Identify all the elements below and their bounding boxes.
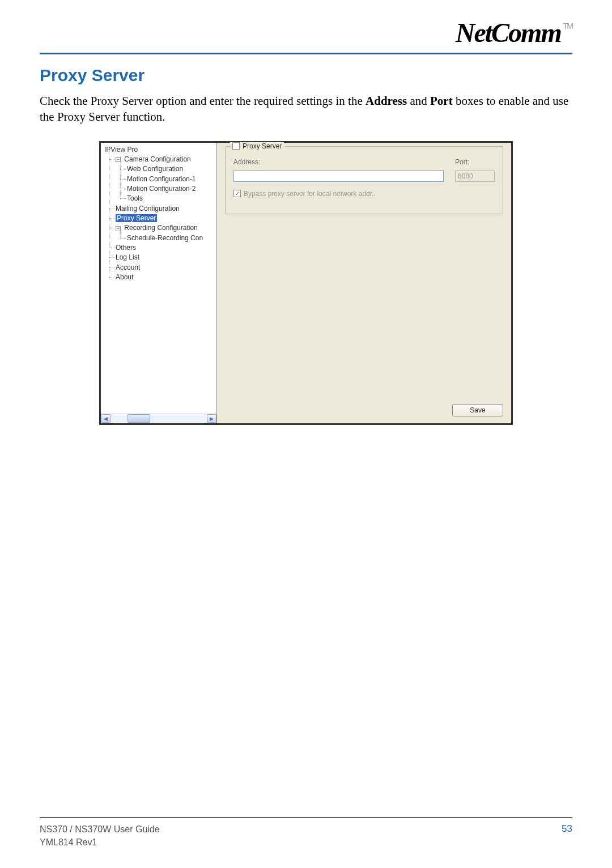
tree-label: Recording Configuration: [124, 224, 197, 232]
logo-text: NetComm: [456, 17, 561, 48]
page-title: Proxy Server: [40, 66, 572, 85]
footer-divider: [40, 817, 572, 818]
page-footer: NS370 / NS370W User Guide YML814 Rev1 53: [40, 817, 572, 849]
address-label: Address:: [233, 158, 444, 166]
tree-item-others[interactable]: Others: [116, 243, 216, 253]
footer-revision: YML814 Rev1: [40, 836, 160, 849]
address-input[interactable]: [233, 171, 444, 182]
group-legend: Proxy Server: [230, 142, 284, 150]
tree-label: Others: [116, 244, 136, 252]
scroll-right-icon[interactable]: ▶: [207, 414, 216, 423]
tree-item-schedule[interactable]: Schedule-Recording Con: [127, 233, 216, 243]
tree-item-tools[interactable]: Tools: [127, 194, 216, 203]
tree-label: Account: [116, 263, 140, 271]
tree-label: Mailing Configuration: [116, 205, 180, 212]
intro-paragraph: Check the Proxy Server option and enter …: [40, 93, 572, 125]
scroll-thumb[interactable]: [128, 414, 150, 423]
tree-item-mailing[interactable]: Mailing Configuration: [116, 204, 216, 214]
tree-label: Tools: [127, 195, 143, 203]
tree-item-camera-config[interactable]: − Camera Configuration Web Configuration…: [116, 155, 216, 204]
settings-window: IPView Pro − Camera Configuration Web Co…: [99, 141, 513, 425]
tree-label: Camera Configuration: [124, 155, 190, 163]
port-label: Port:: [455, 158, 495, 166]
tree-root-item[interactable]: IPView Pro: [104, 145, 216, 155]
tree-label: About: [116, 273, 133, 281]
tree-item-log[interactable]: Log List: [116, 253, 216, 262]
tree-item-motion-2[interactable]: Motion Configuration-2: [127, 184, 216, 194]
header-divider: [40, 53, 572, 54]
tree-label: Motion Configuration-2: [127, 185, 196, 193]
tree-item-web-config[interactable]: Web Configuration: [127, 164, 216, 174]
navigation-tree[interactable]: IPView Pro − Camera Configuration Web Co…: [101, 143, 217, 423]
settings-panel: Proxy Server Address: Port: ✓ Bypass pro…: [217, 143, 511, 423]
tree-item-motion-1[interactable]: Motion Configuration-1: [127, 175, 216, 184]
port-input[interactable]: [455, 171, 495, 182]
trademark-symbol: TM: [563, 22, 572, 31]
tree-item-proxy[interactable]: Proxy Server: [116, 214, 216, 223]
horizontal-scrollbar[interactable]: ◀ ▶: [101, 414, 216, 423]
intro-text-mid: and: [407, 94, 430, 108]
tree-label: Motion Configuration-1: [127, 175, 196, 183]
tree-label: Schedule-Recording Con: [127, 234, 203, 242]
tree-label: Log List: [116, 254, 139, 262]
proxy-groupbox: Proxy Server Address: Port: ✓ Bypass pro…: [225, 146, 503, 214]
tree-label: Web Configuration: [127, 165, 183, 173]
intro-bold-address: Address: [366, 94, 407, 108]
scroll-track[interactable]: [110, 414, 207, 423]
intro-bold-port: Port: [430, 94, 453, 108]
bypass-checkbox[interactable]: ✓: [233, 190, 241, 197]
save-button[interactable]: Save: [452, 404, 503, 416]
tree-label: Proxy Server: [116, 214, 157, 222]
proxy-enable-checkbox[interactable]: [232, 142, 240, 150]
bypass-label: Bypass proxy server for local network ad…: [244, 190, 376, 198]
group-label-text: Proxy Server: [243, 142, 282, 150]
page-number: 53: [562, 823, 572, 849]
tree-item-account[interactable]: Account: [116, 263, 216, 273]
footer-guide-title: NS370 / NS370W User Guide: [40, 823, 160, 836]
intro-text-pre: Check the Proxy Server option and enter …: [40, 94, 366, 108]
brand-logo: NetComm TM: [456, 17, 572, 48]
tree-item-recording[interactable]: − Recording Configuration Schedule-Recor…: [116, 223, 216, 243]
scroll-left-icon[interactable]: ◀: [101, 414, 110, 423]
tree-item-about[interactable]: About: [116, 273, 216, 282]
